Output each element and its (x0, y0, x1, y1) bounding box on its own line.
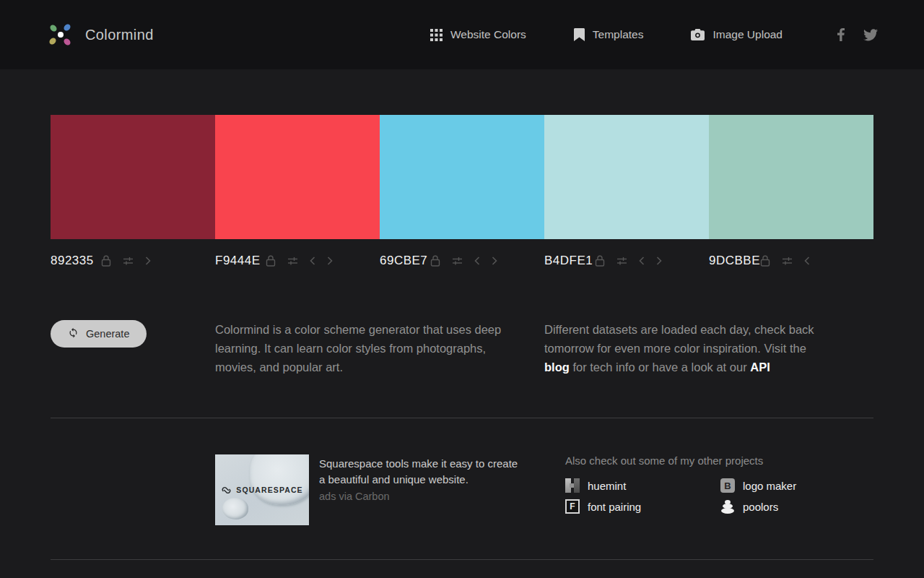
projects-grid: huemint B logo maker F font pairing pool… (565, 478, 796, 514)
lock-icon[interactable] (595, 255, 605, 267)
lock-icon[interactable] (101, 255, 111, 267)
projects-heading: Also check out some of my other projects (565, 454, 796, 467)
squarespace-logo: SQUARESPACE (221, 485, 302, 496)
ad-image[interactable]: SQUARESPACE (215, 454, 309, 525)
chevron-right-icon[interactable] (656, 255, 662, 267)
swatch-1-controls: 892335 (51, 254, 215, 268)
hex-value: 9DCBBE (709, 254, 760, 268)
lock-icon[interactable] (266, 255, 276, 267)
lock-icon[interactable] (760, 255, 770, 267)
project-label: font pairing (588, 501, 641, 513)
swatch-1[interactable] (51, 115, 215, 239)
project-huemint[interactable]: huemint (565, 478, 720, 493)
chevron-right-icon[interactable] (327, 255, 333, 267)
brand-name: Colormind (85, 27, 154, 43)
hex-value: 892335 (51, 254, 101, 268)
nav-label: Image Upload (712, 28, 783, 41)
palette-controls: 892335 F9444E 69CBE7 B4DFE1 (51, 254, 873, 268)
api-link[interactable]: API (750, 361, 770, 374)
chevron-right-icon[interactable] (145, 255, 151, 267)
nav-label: Website Colors (450, 28, 526, 41)
swatch-4-controls: B4DFE1 (544, 254, 709, 268)
divider-bottom (51, 559, 873, 560)
hex-value: 69CBE7 (380, 254, 430, 268)
about-text: Different datasets are loaded each day, … (544, 323, 814, 355)
about-paragraph-2: Different datasets are loaded each day, … (544, 320, 827, 376)
poolors-icon (720, 499, 735, 514)
adjust-sliders-icon[interactable] (782, 255, 793, 267)
swatch-2-controls: F9444E (215, 254, 380, 268)
water-droplet (222, 498, 248, 519)
huemint-icon (565, 478, 580, 493)
swatch-4[interactable] (544, 115, 709, 239)
social-links (837, 28, 878, 41)
main-content: 892335 F9444E 69CBE7 B4DFE1 (0, 115, 924, 560)
twitter-icon[interactable] (863, 29, 878, 41)
brand[interactable]: Colormind (48, 22, 154, 48)
generate-column: Generate (51, 320, 215, 348)
project-label: poolors (743, 501, 778, 513)
blog-link[interactable]: blog (544, 361, 570, 374)
camera-icon (691, 29, 705, 40)
squarespace-mark-icon (221, 485, 232, 496)
hex-value: B4DFE1 (544, 254, 595, 268)
carbon-ad[interactable]: SQUARESPACE Squarespace tools make it ea… (215, 454, 528, 525)
refresh-icon (68, 327, 79, 340)
swatch-3-controls: 69CBE7 (380, 254, 544, 268)
project-font-pairing[interactable]: F font pairing (565, 499, 720, 514)
ad-copy: Squarespace tools make it easy to create… (319, 454, 525, 525)
generate-button[interactable]: Generate (51, 320, 147, 348)
generate-label: Generate (86, 328, 129, 340)
footer-section: SQUARESPACE Squarespace tools make it ea… (215, 454, 873, 525)
logo-maker-icon: B (720, 478, 735, 493)
font-pairing-icon: F (565, 499, 580, 514)
chevron-right-icon[interactable] (492, 255, 497, 267)
divider-top (51, 418, 873, 418)
adjust-sliders-icon[interactable] (123, 255, 134, 267)
chevron-left-icon[interactable] (639, 255, 645, 267)
other-projects: Also check out some of my other projects… (565, 454, 796, 514)
bookmark-icon (574, 28, 585, 41)
swatch-3[interactable] (380, 115, 544, 239)
adjust-sliders-icon[interactable] (452, 255, 463, 267)
water-droplet (250, 454, 309, 505)
swatch-2[interactable] (215, 115, 380, 239)
project-poolors[interactable]: poolors (720, 499, 796, 514)
lock-icon[interactable] (430, 255, 440, 267)
about-text: for tech info or have a look at our (570, 361, 750, 374)
ad-text[interactable]: Squarespace tools make it easy to create… (319, 456, 525, 488)
nav-label: Templates (593, 28, 644, 41)
nav-templates[interactable]: Templates (574, 28, 644, 41)
swatch-5-controls: 9DCBBE (709, 254, 873, 268)
info-section: Generate Colormind is a color scheme gen… (51, 320, 873, 376)
project-label: logo maker (743, 480, 796, 492)
chevron-left-icon[interactable] (804, 255, 810, 267)
nav-image-upload[interactable]: Image Upload (691, 28, 783, 41)
ad-attribution[interactable]: ads via Carbon (319, 491, 525, 502)
about-paragraph-1: Colormind is a color scheme generator th… (215, 320, 510, 376)
squarespace-brand-text: SQUARESPACE (236, 486, 302, 494)
grid-icon (430, 29, 443, 41)
main-nav: Website Colors Templates Image Upload (430, 28, 783, 41)
swatch-5[interactable] (709, 115, 873, 239)
nav-website-colors[interactable]: Website Colors (430, 28, 526, 41)
project-label: huemint (588, 480, 626, 492)
facebook-icon[interactable] (837, 28, 845, 41)
hex-value: F9444E (215, 254, 266, 268)
app-header: Colormind Website Colors Templates Image (0, 0, 924, 69)
color-palette (51, 115, 873, 239)
project-logo-maker[interactable]: B logo maker (720, 478, 796, 493)
chevron-left-icon[interactable] (474, 255, 480, 267)
colormind-logo-icon (48, 22, 74, 48)
adjust-sliders-icon[interactable] (287, 255, 298, 267)
chevron-left-icon[interactable] (310, 255, 315, 267)
adjust-sliders-icon[interactable] (616, 255, 627, 267)
